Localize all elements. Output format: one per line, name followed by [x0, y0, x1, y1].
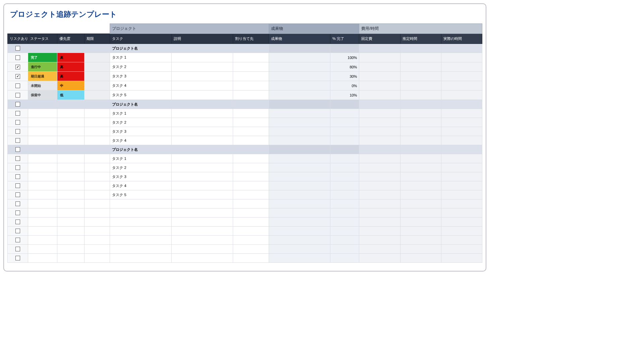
cell-pct[interactable]: 100%	[330, 53, 359, 62]
cell-act[interactable]	[441, 218, 482, 227]
cell-due[interactable]	[85, 127, 110, 136]
risk-checkbox-cell[interactable]	[8, 145, 28, 154]
cell-pct[interactable]	[330, 245, 359, 254]
cell-desc[interactable]	[171, 154, 233, 163]
cell-assign[interactable]	[233, 62, 269, 72]
cell-status[interactable]	[28, 118, 57, 127]
cell-status[interactable]: 未開始	[28, 81, 57, 90]
cell-status[interactable]	[28, 154, 57, 163]
cell-priority[interactable]	[57, 154, 84, 163]
cell-act[interactable]	[441, 154, 482, 163]
cell-est[interactable]	[400, 181, 441, 190]
cell-est[interactable]	[400, 109, 441, 118]
cell-pct[interactable]	[330, 218, 359, 227]
cell-deliv[interactable]	[269, 118, 330, 127]
cell-deliv[interactable]	[269, 172, 330, 181]
risk-checkbox[interactable]	[15, 93, 20, 98]
cell-assign[interactable]	[233, 190, 269, 199]
cell-deliv[interactable]	[269, 245, 330, 254]
col-status[interactable]: ステータス	[28, 34, 57, 44]
cell-task[interactable]	[110, 236, 171, 245]
cell-desc[interactable]	[171, 245, 233, 254]
cell-assign[interactable]	[233, 118, 269, 127]
cell-deliv[interactable]	[269, 163, 330, 172]
risk-checkbox[interactable]	[15, 238, 20, 242]
cell-act[interactable]	[441, 245, 482, 254]
cell-due[interactable]	[85, 163, 110, 172]
cell-fixed[interactable]	[359, 190, 400, 199]
cell-desc[interactable]	[171, 199, 233, 208]
cell-est[interactable]	[400, 163, 441, 172]
cell-deliv[interactable]	[269, 181, 330, 190]
cell-status[interactable]	[28, 218, 57, 227]
cell-act[interactable]	[441, 199, 482, 208]
cell-assign[interactable]	[233, 53, 269, 62]
status-badge[interactable]: 進行中	[28, 62, 57, 71]
cell-assign[interactable]	[233, 199, 269, 208]
risk-checkbox[interactable]	[15, 229, 20, 233]
cell-pct[interactable]	[330, 136, 359, 145]
cell-fixed[interactable]	[359, 236, 400, 245]
cell-fixed[interactable]	[359, 199, 400, 208]
cell-act[interactable]	[441, 172, 482, 181]
cell-due[interactable]	[85, 236, 110, 245]
cell-task[interactable]: タスク 2	[110, 118, 171, 127]
col-task[interactable]: タスク	[110, 34, 171, 44]
cell-act[interactable]	[441, 181, 482, 190]
cell-deliv[interactable]	[269, 72, 330, 81]
cell-task[interactable]: タスク 4	[110, 81, 171, 90]
cell-fixed[interactable]	[359, 254, 400, 263]
cell-fixed[interactable]	[359, 109, 400, 118]
cell-priority[interactable]: 高	[57, 62, 84, 72]
cell-fixed[interactable]	[359, 181, 400, 190]
cell-act[interactable]	[441, 254, 482, 263]
cell-pct[interactable]	[330, 154, 359, 163]
cell-fixed[interactable]	[359, 208, 400, 218]
cell-est[interactable]	[400, 72, 441, 81]
cell-fixed[interactable]	[359, 163, 400, 172]
cell-status[interactable]	[28, 127, 57, 136]
cell-act[interactable]	[441, 81, 482, 90]
cell-desc[interactable]	[171, 136, 233, 145]
cell-deliv[interactable]	[269, 154, 330, 163]
cell-desc[interactable]	[171, 81, 233, 90]
cell-est[interactable]	[400, 90, 441, 100]
cell-fixed[interactable]	[359, 72, 400, 81]
cell-fixed[interactable]	[359, 127, 400, 136]
cell-fixed[interactable]	[359, 172, 400, 181]
cell-est[interactable]	[400, 127, 441, 136]
cell-priority[interactable]	[57, 136, 84, 145]
cell-status[interactable]: 期日超過	[28, 72, 57, 81]
cell-est[interactable]	[400, 118, 441, 127]
cell-fixed[interactable]	[359, 62, 400, 72]
cell-act[interactable]	[441, 90, 482, 100]
cell-act[interactable]	[441, 190, 482, 199]
cell-priority[interactable]: 中	[57, 81, 84, 90]
cell-status[interactable]	[28, 227, 57, 236]
cell-deliv[interactable]	[269, 208, 330, 218]
priority-badge[interactable]: 中	[57, 81, 84, 90]
cell-deliv[interactable]	[269, 127, 330, 136]
cell-task[interactable]: タスク 4	[110, 136, 171, 145]
risk-checkbox[interactable]	[15, 174, 20, 179]
risk-checkbox[interactable]	[15, 102, 20, 107]
risk-checkbox-cell[interactable]	[8, 90, 28, 100]
risk-checkbox-cell[interactable]	[8, 72, 28, 81]
cell-act[interactable]	[441, 136, 482, 145]
col-act[interactable]: 実際の時間	[441, 34, 482, 44]
cell-due[interactable]	[85, 72, 110, 81]
risk-checkbox[interactable]	[15, 74, 20, 79]
col-priority[interactable]: 優先度	[57, 34, 84, 44]
cell-status[interactable]	[28, 163, 57, 172]
cell-due[interactable]	[85, 218, 110, 227]
cell-est[interactable]	[400, 245, 441, 254]
cell-status[interactable]	[28, 245, 57, 254]
cell-task[interactable]: タスク 2	[110, 163, 171, 172]
cell-status[interactable]	[28, 136, 57, 145]
risk-checkbox[interactable]	[15, 120, 20, 125]
risk-checkbox-cell[interactable]	[8, 81, 28, 90]
cell-act[interactable]	[441, 62, 482, 72]
cell-pct[interactable]	[330, 190, 359, 199]
cell-due[interactable]	[85, 90, 110, 100]
cell-due[interactable]	[85, 227, 110, 236]
